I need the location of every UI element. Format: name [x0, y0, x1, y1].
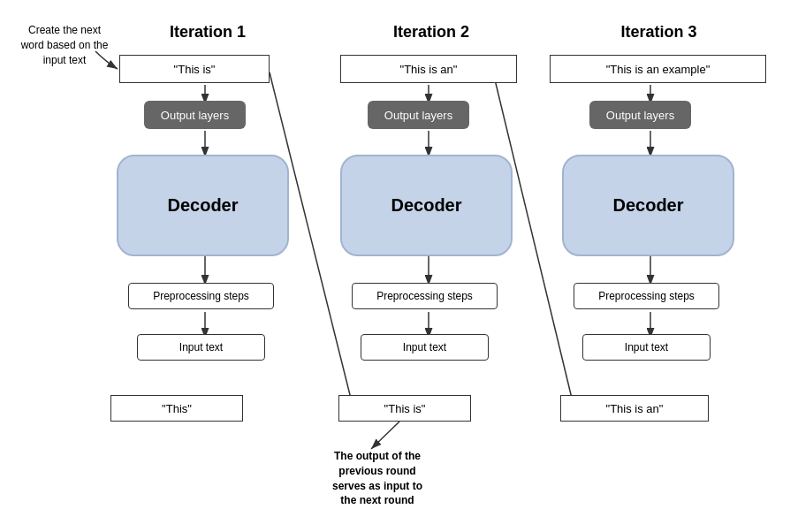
iteration-2-output-layers: Output layers — [368, 101, 469, 129]
iteration-3-decoder: Decoder — [562, 155, 734, 256]
iteration-3-preprocessing: Preprocessing steps — [574, 283, 719, 309]
svg-line-16 — [371, 422, 399, 449]
iteration-2-preprocessing: Preprocessing steps — [352, 283, 498, 309]
iteration-3-bottom-quote: "This is an" — [560, 395, 709, 422]
iteration-3-title: Iteration 3 — [595, 23, 723, 42]
iteration-3-output-text: "This is an example" — [550, 55, 766, 83]
diagram-container: Create the nextword based on theinput te… — [0, 0, 798, 532]
iteration-1-output-layers: Output layers — [144, 101, 246, 129]
output-serves-input-annotation: The output of theprevious roundserves as… — [298, 449, 457, 508]
iteration-2-decoder: Decoder — [340, 155, 513, 256]
iteration-1-decoder: Decoder — [117, 155, 289, 256]
iteration-1-bottom-quote: "This" — [110, 395, 243, 422]
iteration-3-input-text: Input text — [582, 334, 711, 361]
iteration-2-title: Iteration 2 — [374, 23, 489, 42]
iteration-2-input-text: Input text — [361, 334, 489, 361]
iteration-3-output-layers: Output layers — [589, 101, 691, 129]
iteration-1-output-text: "This is" — [119, 55, 270, 83]
iteration-2-bottom-quote: "This is" — [338, 395, 471, 422]
iteration-1-input-text: Input text — [137, 334, 265, 361]
iteration-1-preprocessing: Preprocessing steps — [128, 283, 274, 309]
create-next-word-annotation: Create the nextword based on theinput te… — [16, 23, 113, 67]
iteration-1-title: Iteration 1 — [150, 23, 265, 42]
iteration-2-output-text: "This is an" — [340, 55, 517, 83]
